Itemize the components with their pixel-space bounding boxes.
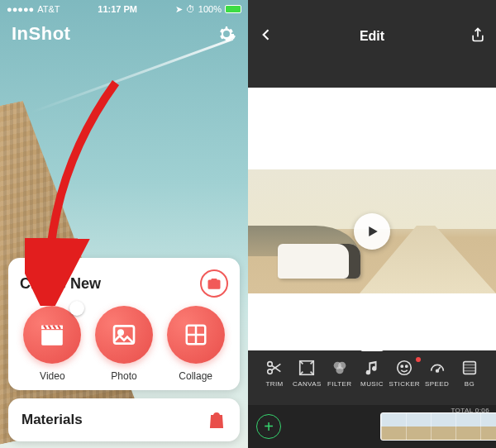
svg-point-11 <box>401 365 403 367</box>
video-preview-area <box>248 88 496 350</box>
home-screen: ●●●●● AT&T 11:17 PM ➤ ⏱ 100% InShot Crea… <box>0 0 248 448</box>
tool-speed[interactable]: SPEED <box>422 359 452 388</box>
camera-button[interactable] <box>200 269 228 298</box>
status-time: 11:17 PM <box>98 4 137 14</box>
status-battery: 100% <box>198 4 222 14</box>
alarm-icon: ⏱ <box>186 4 195 14</box>
tool-trim-label: TRIM <box>265 380 283 388</box>
canvas-icon <box>298 359 316 377</box>
location-icon: ➤ <box>175 4 183 15</box>
battery-icon <box>225 5 241 13</box>
gear-icon <box>217 24 236 44</box>
share-button[interactable] <box>470 26 486 46</box>
create-new-card: Create New ↖ Video Photo <box>8 258 240 390</box>
svg-point-9 <box>336 366 343 374</box>
tool-bg-label: BG <box>465 380 475 388</box>
create-title: Create New <box>20 275 101 293</box>
create-video-button[interactable]: ↖ Video <box>20 306 85 382</box>
svg-point-12 <box>406 365 408 367</box>
status-bar: ●●●●● AT&T 11:17 PM ➤ ⏱ 100% <box>0 0 248 18</box>
svg-point-2 <box>118 331 122 335</box>
shopping-bag-icon <box>207 410 227 430</box>
status-bar <box>248 0 496 18</box>
share-icon <box>470 26 486 43</box>
tool-canvas[interactable]: CANVAS <box>292 359 322 388</box>
create-video-label: Video <box>40 370 64 382</box>
edit-header: Edit <box>248 18 496 55</box>
play-icon <box>365 224 379 239</box>
tool-filter-label: FILTER <box>327 380 351 388</box>
video-frame[interactable] <box>248 169 496 293</box>
chevron-left-icon <box>258 26 274 43</box>
status-carrier: AT&T <box>37 4 60 14</box>
back-button[interactable] <box>258 26 274 46</box>
svg-point-13 <box>436 369 438 372</box>
timeline-clip[interactable] <box>380 412 496 441</box>
svg-point-4 <box>268 362 273 367</box>
signal-dots: ●●●●● <box>7 4 34 14</box>
edit-header-spacer <box>248 55 496 88</box>
tool-bg[interactable]: BG <box>455 359 484 388</box>
create-collage-button[interactable]: Collage <box>163 306 228 382</box>
svg-point-5 <box>268 369 273 374</box>
clapper-icon <box>38 321 66 349</box>
tool-music[interactable]: MUSIC <box>357 359 387 388</box>
editor-toolbar: TRIM CANVAS FILTER MUSIC STICKER SPE <box>248 350 496 405</box>
image-icon <box>111 322 137 348</box>
video-subject-truck <box>278 244 360 279</box>
tool-speed-label: SPEED <box>425 380 449 388</box>
scissors-icon <box>265 359 284 377</box>
play-button[interactable] <box>354 213 390 250</box>
create-photo-button[interactable]: Photo <box>92 306 157 382</box>
sticker-icon <box>395 359 413 377</box>
settings-button[interactable] <box>217 24 236 44</box>
music-icon <box>363 359 381 377</box>
add-clip-button[interactable]: + <box>256 414 281 439</box>
filter-icon <box>331 359 349 377</box>
svg-rect-0 <box>42 330 64 345</box>
tool-canvas-label: CANVAS <box>293 380 322 388</box>
tool-trim[interactable]: TRIM <box>260 359 289 388</box>
camera-icon <box>207 276 222 291</box>
create-photo-label: Photo <box>111 370 136 382</box>
materials-title: Materials <box>21 412 83 428</box>
edit-title: Edit <box>360 29 384 44</box>
tool-sticker-label: STICKER <box>389 380 420 388</box>
create-collage-label: Collage <box>179 370 212 382</box>
badge-new-icon <box>416 357 421 362</box>
tool-filter[interactable]: FILTER <box>325 359 355 388</box>
speed-icon <box>428 359 446 377</box>
timeline: TOTAL 0:06 + <box>248 405 496 448</box>
svg-point-10 <box>398 361 412 375</box>
cursor-indicator: ↖ <box>69 301 84 316</box>
plus-icon: + <box>264 417 274 436</box>
tool-sticker[interactable]: STICKER <box>389 359 419 388</box>
materials-card[interactable]: Materials <box>8 398 240 441</box>
collage-icon <box>184 322 208 347</box>
edit-screen: Edit TRIM CANVAS <box>248 0 496 448</box>
tool-music-label: MUSIC <box>360 380 384 388</box>
toolbar-handle[interactable] <box>360 348 384 351</box>
app-brand: InShot <box>12 23 70 45</box>
bg-icon <box>460 359 479 377</box>
